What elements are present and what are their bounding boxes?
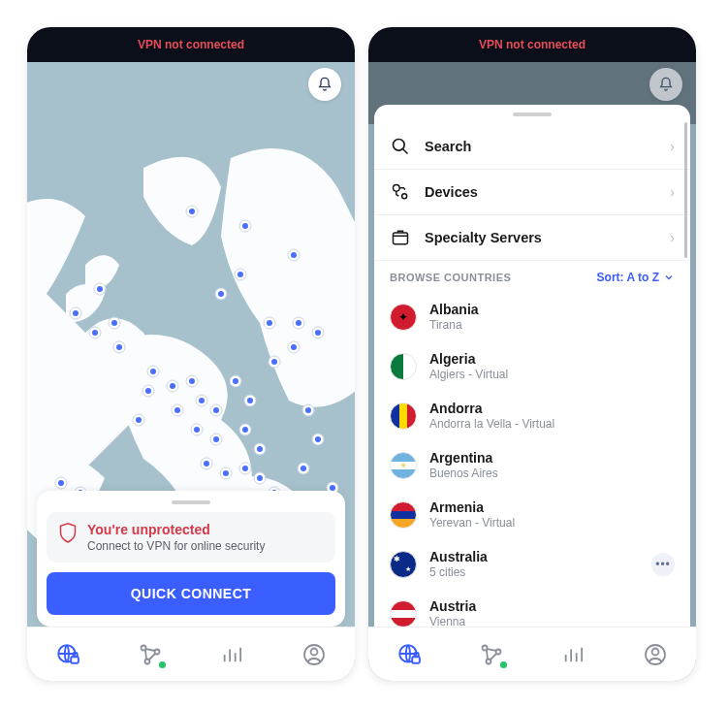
- flag-icon: ✦: [390, 304, 417, 331]
- svg-point-19: [150, 369, 156, 374]
- svg-point-9: [116, 344, 122, 350]
- svg-point-39: [223, 470, 229, 476]
- tab-profile[interactable]: [295, 635, 333, 674]
- tab-stats[interactable]: [554, 635, 592, 674]
- svg-point-71: [218, 291, 224, 297]
- svg-point-79: [291, 252, 297, 258]
- unprotected-alert: You're unprotected Connect to VPN for on…: [47, 512, 335, 563]
- drag-handle[interactable]: [172, 500, 210, 504]
- svg-point-27: [189, 378, 195, 384]
- country-row[interactable]: ☀ArgentinaBuenos Aires: [374, 440, 690, 490]
- menu-specialty[interactable]: Specialty Servers ›: [374, 215, 690, 261]
- quick-connect-button[interactable]: QUICK CONNECT: [47, 572, 335, 615]
- menu-label: Specialty Servers: [425, 230, 656, 245]
- country-sub: Buenos Aires: [429, 467, 675, 480]
- svg-point-1: [73, 310, 79, 316]
- svg-point-67: [315, 330, 321, 336]
- svg-point-99: [402, 194, 407, 199]
- tab-home[interactable]: [48, 635, 87, 674]
- tab-meshnet[interactable]: [472, 635, 511, 674]
- alert-title: You're unprotected: [87, 522, 265, 537]
- country-name: Armenia: [429, 499, 675, 515]
- svg-point-97: [394, 140, 405, 151]
- country-sub: Algiers - Virtual: [429, 368, 675, 381]
- country-sheet[interactable]: Search › Devices › Specialty Servers › B…: [374, 105, 690, 627]
- svg-point-81: [305, 407, 311, 413]
- svg-point-23: [170, 383, 175, 389]
- country-row[interactable]: ✱★Australia5 cities•••: [374, 539, 690, 589]
- alert-subtitle: Connect to VPN for online security: [87, 539, 265, 553]
- phone-left: VPN not connected: [27, 27, 355, 681]
- status-bar: VPN not connected: [27, 27, 355, 62]
- flag-icon: [390, 600, 417, 628]
- svg-point-5: [92, 330, 98, 336]
- svg-point-65: [296, 320, 301, 326]
- svg-point-37: [204, 461, 209, 467]
- svg-point-92: [141, 645, 145, 650]
- menu-devices[interactable]: Devices ›: [374, 170, 690, 215]
- chevron-right-icon: ›: [670, 139, 675, 154]
- svg-point-104: [495, 649, 500, 654]
- svg-point-31: [213, 407, 219, 413]
- status-dot: [500, 661, 507, 668]
- svg-point-11: [58, 480, 64, 486]
- country-name: Austria: [429, 598, 675, 614]
- svg-point-77: [242, 223, 248, 229]
- bottom-sheet[interactable]: You're unprotected Connect to VPN for on…: [37, 491, 345, 627]
- user-icon: [644, 643, 667, 666]
- shield-icon: [58, 522, 78, 543]
- globe-lock-icon: [55, 642, 80, 667]
- svg-point-7: [111, 320, 117, 326]
- country-row[interactable]: ✦AlbaniaTirana: [374, 292, 690, 341]
- flag-icon: [390, 353, 417, 380]
- chevron-down-icon: [663, 272, 675, 283]
- svg-point-21: [145, 388, 151, 394]
- svg-point-43: [247, 398, 253, 403]
- country-row[interactable]: ArmeniaYerevan - Virtual: [374, 490, 690, 539]
- drag-handle[interactable]: [513, 113, 552, 116]
- status-bar: VPN not connected: [368, 27, 696, 62]
- tab-bar: [27, 627, 355, 681]
- svg-point-25: [174, 407, 180, 413]
- country-sub: 5 cities: [429, 565, 639, 579]
- tab-profile[interactable]: [636, 635, 675, 674]
- flag-icon: ☀: [390, 452, 417, 479]
- bell-icon: [658, 77, 674, 92]
- svg-point-45: [242, 427, 248, 433]
- svg-point-98: [394, 185, 400, 192]
- menu-label: Devices: [425, 184, 656, 200]
- country-name: Australia: [429, 549, 639, 564]
- bars-icon: [562, 644, 584, 665]
- svg-point-85: [301, 466, 306, 471]
- country-list[interactable]: ✦AlbaniaTiranaAlgeriaAlgiers - VirtualAn…: [374, 292, 690, 627]
- country-sub: Yerevan - Virtual: [429, 516, 675, 530]
- svg-point-61: [271, 359, 277, 365]
- svg-point-93: [154, 649, 159, 654]
- more-button[interactable]: •••: [651, 553, 675, 576]
- search-icon: [391, 137, 410, 156]
- tab-stats[interactable]: [212, 635, 251, 674]
- bars-icon: [221, 644, 242, 665]
- chevron-right-icon: ›: [670, 230, 675, 245]
- folder-icon: [391, 228, 410, 247]
- svg-point-96: [310, 648, 317, 655]
- svg-point-63: [291, 344, 297, 350]
- country-sub: Vienna: [429, 615, 675, 627]
- tab-home[interactable]: [390, 635, 428, 674]
- status-dot: [159, 661, 166, 668]
- menu-search[interactable]: Search ›: [374, 124, 690, 170]
- bell-icon: [317, 77, 332, 92]
- phone-right: VPN not connected Search › Devices › Spe…: [368, 27, 696, 681]
- svg-point-51: [257, 475, 263, 481]
- user-icon: [302, 643, 326, 666]
- menu-label: Search: [425, 139, 656, 154]
- country-row[interactable]: AndorraAndorra la Vella - Virtual: [374, 391, 690, 440]
- svg-rect-91: [72, 657, 79, 663]
- svg-point-103: [482, 645, 487, 650]
- notifications-button[interactable]: [308, 68, 341, 101]
- tab-meshnet[interactable]: [131, 635, 170, 674]
- sort-button[interactable]: Sort: A to Z: [597, 271, 675, 284]
- notifications-button[interactable]: [649, 68, 682, 101]
- country-row[interactable]: AlgeriaAlgiers - Virtual: [374, 341, 690, 391]
- country-row[interactable]: AustriaVienna: [374, 589, 690, 627]
